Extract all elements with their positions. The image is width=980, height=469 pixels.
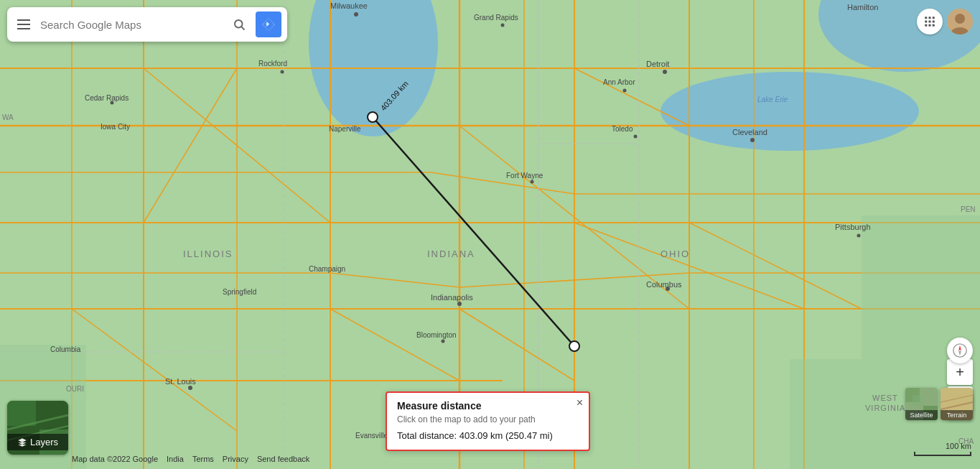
svg-point-55 [442,340,445,343]
search-input[interactable] [40,19,223,31]
svg-point-56 [188,386,192,390]
attribution-bar: Map data ©2022 Google India Terms Privac… [72,455,309,463]
svg-text:INDIANA: INDIANA [427,249,475,259]
svg-rect-99 [929,21,931,23]
svg-point-50 [750,138,755,142]
svg-point-58 [368,112,378,122]
svg-point-51 [531,180,534,184]
svg-text:Toledo: Toledo [612,125,633,133]
map-data-attribution: Map data ©2022 Google [72,455,158,463]
svg-point-92 [235,20,243,28]
svg-line-93 [241,27,244,29]
measure-popup-title: Measure distance [397,400,579,412]
svg-text:Bloomington: Bloomington [416,331,457,339]
measure-popup-distance: Total distance: 403.09 km (250.47 mi) [397,430,579,441]
svg-rect-100 [933,21,935,23]
svg-text:Hamilton: Hamilton [847,3,878,11]
svg-point-48 [281,70,284,74]
svg-rect-98 [925,21,927,23]
india-attribution[interactable]: India [167,455,184,463]
svg-text:Pittsburgh: Pittsburgh [835,223,871,231]
svg-rect-95 [925,17,927,19]
privacy-link[interactable]: Privacy [223,455,248,463]
layers-button[interactable]: Layers [7,401,68,455]
layers-label: Layers [30,437,58,447]
svg-rect-103 [933,24,935,27]
svg-rect-97 [933,17,935,19]
directions-button[interactable] [256,11,281,37]
svg-point-54 [457,302,462,306]
svg-point-45 [663,70,667,74]
svg-text:Columbus: Columbus [646,280,682,289]
search-button[interactable] [228,14,250,35]
svg-text:Fort Wayne: Fort Wayne [506,172,543,180]
svg-text:Ann Arbor: Ann Arbor [603,78,635,86]
svg-text:Iowa City: Iowa City [101,123,130,131]
user-avatar[interactable] [947,9,973,34]
svg-text:Cedar Rapids: Cedar Rapids [85,94,129,102]
apps-icon[interactable] [917,9,943,34]
svg-text:Champaign: Champaign [309,265,345,273]
map-container[interactable]: 403.09 km Milwaukee Grand Rapids Hamilto… [0,0,980,469]
svg-rect-116 [913,395,923,406]
svg-point-46 [623,89,627,93]
svg-point-43 [354,12,358,17]
satellite-label: Satellite [905,410,938,420]
svg-rect-96 [929,17,931,19]
svg-text:Milwaukee: Milwaukee [330,1,368,10]
scale-label: 100 km [946,442,971,450]
svg-rect-101 [925,24,927,27]
layers-label-bar: Layers [7,434,68,450]
scale-bar: 100 km [914,442,971,456]
svg-text:Lake Erie: Lake Erie [757,96,788,103]
scale-line [914,452,971,456]
svg-text:Rockford: Rockford [258,60,287,68]
svg-text:VIRGINIA: VIRGINIA [865,404,905,412]
svg-text:OURI: OURI [66,385,84,393]
svg-text:Grand Rapids: Grand Rapids [474,14,518,22]
measure-popup-instruction: Click on the map to add to your path [397,414,579,424]
svg-point-49 [634,135,638,139]
send-feedback-link[interactable]: Send feedback [257,455,309,463]
terrain-label: Terrain [941,410,973,420]
satellite-view-button[interactable]: Satellite [905,388,938,420]
svg-text:Indianapolis: Indianapolis [431,293,473,302]
terms-link[interactable]: Terms [192,455,214,463]
measure-popup: × Measure distance Click on the map to a… [386,391,590,451]
svg-marker-109 [958,350,961,356]
svg-text:Cleveland: Cleveland [732,128,767,136]
svg-rect-102 [929,24,931,27]
svg-point-2 [661,72,919,151]
svg-text:WEST: WEST [872,394,898,402]
svg-text:ILLINOIS: ILLINOIS [183,249,233,259]
svg-marker-108 [958,345,961,350]
svg-point-105 [955,14,965,24]
svg-text:Detroit: Detroit [646,60,669,68]
svg-text:St. Louis: St. Louis [165,377,196,386]
svg-text:Columbia: Columbia [50,345,81,353]
svg-text:Springfield: Springfield [223,288,256,296]
terrain-view-button[interactable]: Terrain [941,388,973,420]
svg-point-59 [569,341,579,351]
svg-point-52 [857,234,861,238]
compass-button[interactable] [947,338,973,363]
svg-rect-121 [7,401,36,426]
svg-text:PEN: PEN [961,205,976,213]
menu-icon[interactable] [13,14,34,35]
svg-text:OHIO: OHIO [661,249,690,259]
svg-point-44 [501,24,505,27]
svg-text:Evansville: Evansville [355,432,388,440]
map-type-controls: Satellite Terrain [905,388,973,420]
measure-popup-close-button[interactable]: × [577,397,583,409]
search-bar [7,7,287,42]
svg-text:Naperville: Naperville [329,125,361,133]
svg-text:WA: WA [2,113,14,121]
